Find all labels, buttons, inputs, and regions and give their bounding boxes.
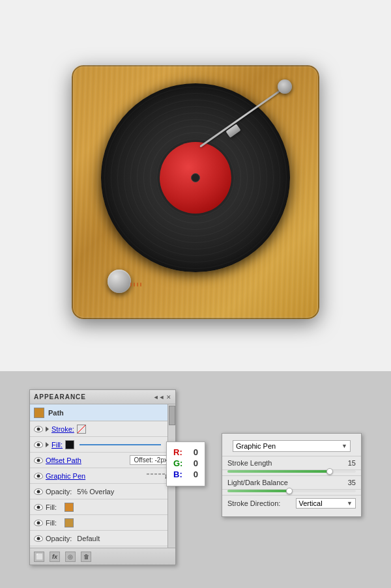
- graphic-pen-panel: Graphic Pen ▼ Stroke Length 15 Light/Dar…: [222, 433, 362, 517]
- delete-icon[interactable]: 🗑: [81, 552, 91, 562]
- fill-swatch-black[interactable]: [65, 440, 74, 449]
- g-label: G:: [173, 458, 182, 468]
- scrollbar-thumb[interactable]: [169, 406, 175, 425]
- fill2-row: Fill:: [30, 499, 175, 515]
- light-dark-slider-row: [222, 490, 361, 496]
- r-value: 0: [185, 447, 198, 457]
- tick-4: [140, 283, 141, 287]
- eye-icon-default[interactable]: [34, 535, 43, 542]
- expand-icon-fill[interactable]: [46, 442, 49, 447]
- stroke-row: Stroke:: [30, 421, 175, 437]
- fill-label[interactable]: Fill:: [51, 441, 63, 449]
- panel-bottom-bar: ⬜ fx ◎ 🗑: [30, 548, 175, 565]
- bottom-panel: APPEARANCE ◄◄ ✕ Path Stroke: Fill:: [0, 371, 391, 588]
- fill2-label: Fill:: [46, 503, 57, 511]
- b-label: B:: [173, 469, 182, 479]
- fill-blue-line: [80, 444, 161, 445]
- stroke-dir-dropdown[interactable]: Vertical ▼: [296, 498, 356, 509]
- gp-dropdown-label: Graphic Pen: [236, 442, 276, 450]
- stroke-length-slider-row: [222, 470, 361, 476]
- b-value: 0: [185, 469, 198, 479]
- opacity-value: 5% Overlay: [77, 488, 114, 496]
- fx-button[interactable]: fx: [50, 552, 60, 562]
- fill3-row: Fill:: [30, 515, 175, 531]
- eye-icon-fill2[interactable]: [34, 504, 43, 511]
- light-dark-row: Light/Dark Balance 35: [222, 476, 361, 490]
- stroke-length-row: Stroke Length 15: [222, 456, 361, 470]
- tick-2: [134, 283, 135, 287]
- path-label: Path: [48, 409, 64, 417]
- stroke-length-value: 15: [343, 459, 356, 467]
- turntable-body: [72, 65, 319, 319]
- eye-icon-fill3[interactable]: [34, 520, 43, 526]
- g-row: G: 0: [173, 458, 198, 468]
- tick-1: [130, 283, 132, 287]
- opacity-default-row: Opacity: Default: [30, 531, 175, 546]
- stroke-swatch-none[interactable]: [77, 425, 86, 434]
- panel-controls[interactable]: ◄◄ ✕: [153, 394, 171, 400]
- dropdown-arrow: ▼: [341, 443, 347, 449]
- graphic-pen-label[interactable]: Graphic Pen: [46, 472, 85, 480]
- fill3-swatch[interactable]: [65, 518, 74, 527]
- light-dark-thumb[interactable]: [286, 488, 293, 494]
- gp-dropdown-row: Graphic Pen ▼: [222, 434, 361, 456]
- eye-icon-offset[interactable]: [34, 457, 43, 464]
- clear-icon[interactable]: ◎: [65, 552, 76, 562]
- turntable-illustration: [72, 65, 319, 326]
- stroke-length-label: Stroke Length: [227, 459, 339, 467]
- expand-icon-stroke[interactable]: [46, 427, 49, 432]
- eye-icon-gp[interactable]: [34, 473, 43, 479]
- stroke-dir-label: Stroke Direction:: [227, 499, 288, 507]
- stroke-dir-arrow: ▼: [347, 500, 353, 507]
- tick-3: [137, 283, 138, 287]
- opacity-label: Opacity:: [46, 488, 72, 496]
- offset-path-label[interactable]: Offset Path: [46, 456, 81, 464]
- eye-icon-stroke[interactable]: [34, 426, 43, 432]
- gp-dropdown[interactable]: Graphic Pen ▼: [233, 440, 351, 452]
- default-label: Opacity:: [46, 535, 72, 542]
- r-label: R:: [173, 447, 182, 457]
- fill3-label: Fill:: [46, 519, 57, 527]
- stroke-label[interactable]: Stroke:: [51, 425, 74, 433]
- stroke-dir-value: Vertical: [299, 499, 323, 507]
- fill-row: Fill:: [30, 437, 175, 453]
- knob-indicator: [130, 283, 141, 287]
- panel-titlebar: APPEARANCE ◄◄ ✕: [30, 390, 175, 404]
- stroke-length-thumb[interactable]: [326, 468, 333, 475]
- stroke-dir-row: Stroke Direction: Vertical ▼: [222, 496, 361, 511]
- eye-icon-fill[interactable]: [34, 441, 43, 448]
- light-dark-label: Light/Dark Balance: [227, 479, 339, 486]
- eye-icon-opacity[interactable]: [34, 488, 43, 495]
- canvas-area: [0, 0, 391, 371]
- record-hole: [191, 173, 200, 182]
- vinyl-record: [101, 83, 290, 272]
- light-dark-value: 35: [343, 479, 356, 486]
- new-item-icon[interactable]: ⬜: [34, 552, 44, 562]
- default-value: Default: [77, 535, 100, 542]
- r-row: R: 0: [173, 447, 198, 457]
- volume-knob[interactable]: [108, 270, 131, 293]
- rgb-popup: R: 0 G: 0 B: 0: [166, 441, 205, 486]
- record-platter: [101, 83, 290, 272]
- panel-title: APPEARANCE: [34, 393, 86, 400]
- fill2-swatch[interactable]: [65, 503, 74, 512]
- b-row: B: 0: [173, 469, 198, 479]
- opacity-row: Opacity: 5% Overlay: [30, 484, 175, 499]
- path-header-row: Path: [30, 404, 175, 421]
- g-value: 0: [185, 458, 198, 468]
- tonearm-pivot: [278, 79, 292, 94]
- record-label: [160, 142, 231, 214]
- path-color-swatch[interactable]: [34, 408, 44, 418]
- offset-value: Offset: -2px: [130, 455, 171, 465]
